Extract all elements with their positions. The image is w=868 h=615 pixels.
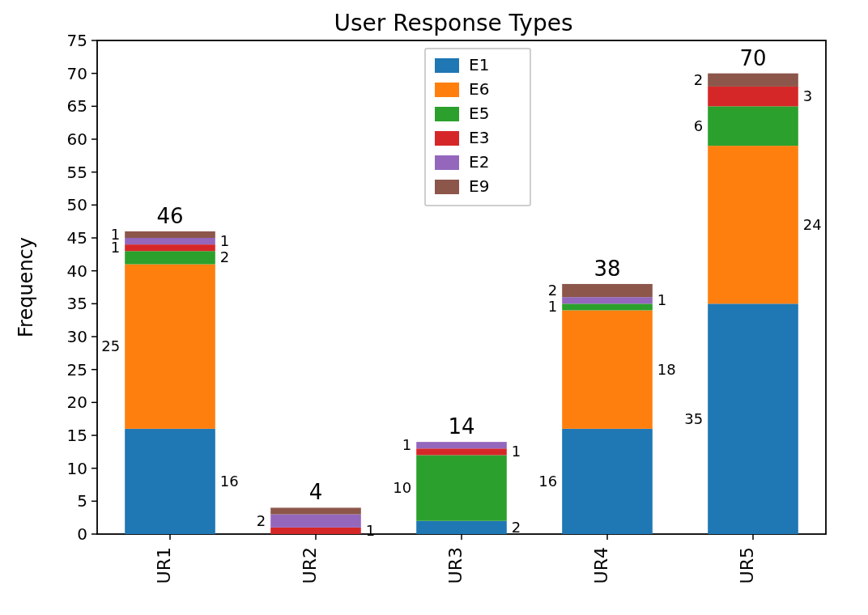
chart-svg: User Response Types Frequency 0510152025… <box>0 0 868 615</box>
chart-title: User Response Types <box>334 10 573 36</box>
y-tick-label: 60 <box>67 129 87 149</box>
segment-value-label: 2 <box>512 519 521 536</box>
y-axis-label: Frequency <box>15 237 37 337</box>
bar-segment <box>270 528 361 534</box>
segment-value-label: 24 <box>803 216 822 233</box>
segment-value-label: 1 <box>220 232 229 249</box>
x-tick-label: UR3 <box>445 547 466 583</box>
segment-value-label: 1 <box>111 226 120 243</box>
legend-swatch <box>435 107 459 121</box>
bar-segment <box>708 87 798 106</box>
segment-value-label: 2 <box>548 282 557 299</box>
bar-total-label: 46 <box>156 204 183 228</box>
x-tick-label: UR4 <box>591 547 611 583</box>
segment-value-label: 1 <box>402 436 411 453</box>
y-axis-ticks: 051015202530354045505560657075 <box>67 31 97 544</box>
x-tick-label: UR5 <box>737 547 757 583</box>
bar-total-label: 70 <box>739 46 766 70</box>
bar-segment <box>125 429 215 534</box>
legend-swatch <box>435 180 459 194</box>
bar-segment <box>416 442 507 448</box>
segment-value-label: 2 <box>694 71 703 88</box>
segment-value-label: 2 <box>257 512 266 529</box>
segment-value-label: 2 <box>220 248 229 265</box>
segment-value-label: 3 <box>803 87 812 104</box>
segment-value-label: 1 <box>548 298 557 315</box>
bar-total-label: 38 <box>594 257 620 281</box>
segment-value-label: 6 <box>694 117 703 134</box>
bar-segment <box>416 521 507 534</box>
y-tick-label: 70 <box>67 64 87 83</box>
bar-segment <box>125 238 215 244</box>
segment-value-label: 16 <box>538 473 557 490</box>
segment-value-label: 1 <box>366 522 375 539</box>
legend-label: E1 <box>469 55 489 74</box>
y-tick-label: 5 <box>77 491 87 511</box>
y-tick-label: 40 <box>67 261 87 281</box>
bar-segment <box>125 231 215 238</box>
legend-label: E2 <box>469 152 489 172</box>
y-tick-label: 45 <box>67 228 87 248</box>
y-tick-label: 10 <box>67 459 87 478</box>
segment-value-label: 18 <box>657 361 676 378</box>
bar-segment <box>562 297 653 303</box>
bar-segment <box>270 507 361 514</box>
segment-value-label: 1 <box>512 443 521 460</box>
bar-segment <box>562 429 653 534</box>
legend-label: E9 <box>469 176 489 196</box>
bar-total-label: 14 <box>448 414 474 439</box>
chart-container: User Response Types Frequency 0510152025… <box>0 0 868 615</box>
bar-segment <box>125 251 215 264</box>
y-tick-label: 0 <box>77 524 87 544</box>
bar-segment <box>270 515 361 528</box>
bar-segment <box>416 455 507 520</box>
x-tick-label: UR1 <box>154 547 174 583</box>
y-tick-label: 50 <box>67 195 87 214</box>
legend-swatch <box>435 131 459 146</box>
legend: E1E6E5E3E2E9 <box>425 49 530 206</box>
y-tick-label: 20 <box>67 392 87 412</box>
legend-label: E6 <box>469 79 489 99</box>
bar-segment <box>708 106 798 146</box>
bar-segment <box>416 448 507 455</box>
bar-segment <box>708 303 798 534</box>
y-tick-label: 65 <box>67 96 87 116</box>
y-tick-label: 25 <box>67 360 87 380</box>
bar-segment <box>708 74 798 87</box>
bar-segment <box>562 284 653 297</box>
x-axis-ticks: UR1UR2UR3UR4UR5 <box>154 534 757 583</box>
y-tick-label: 15 <box>67 426 87 445</box>
bar-segment <box>562 310 653 428</box>
segment-value-label: 10 <box>393 479 411 496</box>
legend-swatch <box>435 155 459 170</box>
y-tick-label: 75 <box>67 31 87 50</box>
legend-label: E5 <box>469 104 489 123</box>
plot-area: Frequency 051015202530354045505560657075… <box>15 31 826 583</box>
legend-label: E3 <box>469 128 489 147</box>
segment-value-label: 1 <box>657 291 666 308</box>
segment-value-label: 16 <box>220 473 239 490</box>
segment-value-label: 35 <box>684 410 703 427</box>
bar-segment <box>708 146 798 303</box>
bar-segment <box>562 303 653 310</box>
y-tick-label: 30 <box>67 327 87 346</box>
bar-total-label: 4 <box>309 480 323 504</box>
x-tick-label: UR2 <box>300 547 320 583</box>
y-tick-label: 35 <box>67 294 87 313</box>
y-tick-label: 55 <box>67 163 87 182</box>
legend-swatch <box>435 83 459 97</box>
bar-segment <box>125 244 215 251</box>
segment-value-label: 25 <box>101 337 120 354</box>
legend-swatch <box>435 58 459 73</box>
bar-segment <box>125 265 215 429</box>
